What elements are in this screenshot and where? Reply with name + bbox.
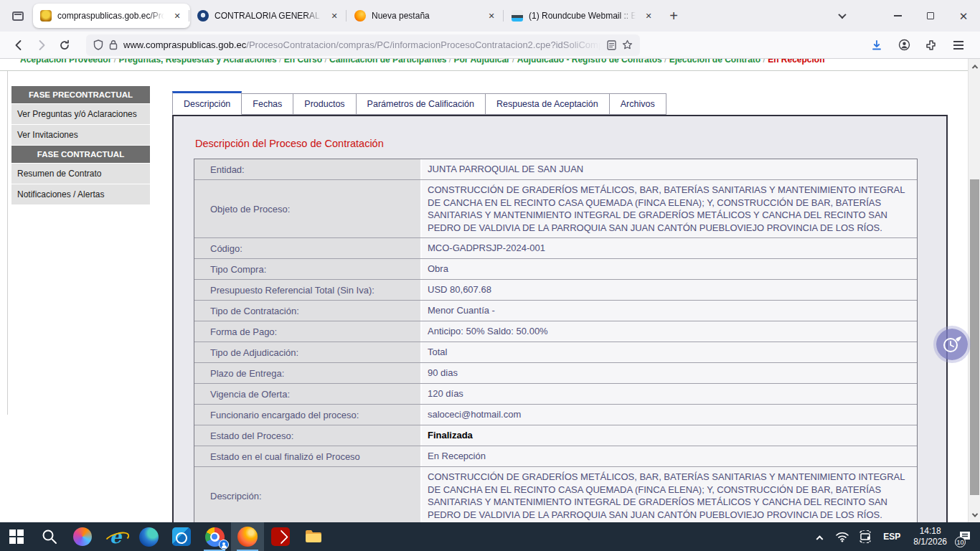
row-label: Objeto de Proceso: — [194, 180, 422, 237]
clock-icon — [941, 334, 963, 355]
reader-view-icon[interactable] — [607, 40, 616, 50]
copilot-icon[interactable] — [66, 522, 99, 551]
sidebar-entry[interactable]: Resumen de Contrato — [11, 164, 150, 184]
table-row: Presupuesto Referencial Total (Sin Iva):… — [194, 280, 917, 301]
account-icon[interactable] — [892, 34, 915, 56]
notification-count-badge: 10 — [955, 537, 966, 547]
row-value: saloceci@hotmail.com — [422, 405, 917, 425]
table-row: Tipo de Contratación: Menor Cuantía - — [194, 301, 917, 321]
table-row: Tipo de Adjudicación: Total — [194, 342, 917, 363]
row-value: Total — [422, 342, 917, 362]
browser-tab[interactable]: CONTRALORIA GENERAL DEL ES — [190, 4, 347, 28]
bookmark-star-icon[interactable] — [622, 39, 633, 50]
scroll-up-arrow[interactable] — [969, 60, 980, 72]
internet-explorer-icon[interactable] — [99, 522, 132, 551]
table-row: Entidad: JUNTA PARROQUIAL DE SAN JUAN — [194, 159, 917, 180]
breadcrumb-item[interactable]: Por Adjudicar — [454, 59, 517, 65]
chrome-icon[interactable] — [198, 522, 231, 551]
table-row: Código: MCO-GADPRSJP-2024-001 — [194, 238, 917, 259]
table-row: Plazo de Entrega: 90 dias — [194, 363, 917, 384]
sidebar-menu: FASE PRECONTRACTUALVer Preguntas y/ó Acl… — [11, 86, 150, 205]
tab-title: (1) Roundcube Webmail :: Entra — [529, 11, 636, 21]
row-label: Tipo de Adjudicación: — [194, 342, 422, 362]
table-row: Objeto de Proceso: CONSTRUCCIÓN DE GRADE… — [194, 180, 917, 238]
tab-list-chevron-icon[interactable] — [829, 0, 855, 32]
tray-expand-chevron-icon[interactable] — [809, 522, 830, 551]
sidebar-entry: FASE PRECONTRACTUAL — [11, 86, 150, 103]
floating-timer-widget[interactable] — [936, 329, 968, 360]
file-explorer-icon[interactable] — [297, 522, 330, 551]
row-value: 120 días — [422, 384, 917, 404]
close-button[interactable]: ✕ — [947, 0, 980, 32]
table-row: Funcionario encargado del proceso: saloc… — [194, 405, 917, 425]
notifications-icon[interactable]: 10 — [954, 522, 976, 551]
reload-button[interactable] — [53, 34, 76, 56]
process-tab[interactable]: Archivos — [610, 93, 666, 115]
breadcrumb-item[interactable]: Calificación de Participantes — [329, 59, 453, 65]
process-tab[interactable]: Parámetros de Calificación — [357, 93, 486, 115]
row-label: Forma de Pago: — [194, 321, 422, 342]
row-label: Entidad: — [194, 159, 422, 179]
tab-title: Nueva pestaña — [372, 11, 479, 21]
wifi-icon[interactable] — [831, 522, 853, 551]
system-tray: ESP 14:18 8/1/2026 10 — [809, 522, 980, 551]
sidebar-entry[interactable]: Ver Invitaciones — [11, 125, 150, 145]
process-tab[interactable]: Productos — [293, 93, 356, 115]
page-left-border — [7, 70, 8, 415]
breadcrumb-item[interactable]: En Curso — [284, 59, 329, 65]
tracking-shield-icon[interactable] — [93, 39, 103, 50]
row-value: MCO-GADPRSJP-2024-001 — [422, 238, 917, 258]
browser-tab[interactable]: compraspublicas.gob.ec/Proces — [33, 4, 190, 28]
extensions-icon[interactable] — [920, 34, 943, 56]
acrobat-icon[interactable] — [264, 522, 297, 551]
forward-button[interactable] — [30, 34, 53, 56]
clock[interactable]: 14:18 8/1/2026 — [908, 526, 953, 547]
start-button[interactable] — [0, 522, 33, 551]
page-scrollbar[interactable] — [968, 59, 980, 522]
lock-icon[interactable] — [109, 39, 118, 50]
new-tab-button[interactable] — [663, 5, 684, 27]
back-button[interactable] — [7, 34, 30, 56]
sidebar-entry[interactable]: Notificaciones / Alertas — [11, 184, 150, 204]
sidebar-entry[interactable]: Ver Preguntas y/ó Aclaraciones — [11, 104, 150, 124]
row-value: Menor Cuantía - — [422, 301, 917, 321]
process-tab[interactable]: Fechas — [242, 93, 293, 115]
tab-close-icon[interactable] — [641, 9, 656, 23]
language-indicator[interactable]: ESP — [877, 522, 906, 551]
scroll-down-arrow[interactable] — [969, 509, 980, 521]
row-value: Finalizada — [422, 425, 917, 446]
breadcrumb-item[interactable]: Ejecución de Contrato — [669, 59, 768, 65]
tab-close-icon[interactable] — [327, 9, 341, 23]
firefox-view-button[interactable] — [6, 5, 30, 27]
tab-close-icon[interactable] — [170, 9, 184, 23]
browser-toolbar: www.compraspublicas.gob.ec/ProcesoContra… — [0, 32, 980, 59]
row-label: Presupuesto Referencial Total (Sin Iva): — [194, 280, 422, 300]
outlook-icon[interactable] — [165, 522, 198, 551]
taskbar-search-icon[interactable] — [33, 522, 66, 551]
process-tab[interactable]: Descripción — [172, 91, 242, 115]
process-tab[interactable]: Respuesta de Aceptación — [486, 93, 610, 115]
tab-title: compraspublicas.gob.ec/Proces — [57, 11, 164, 21]
downloads-icon[interactable] — [865, 34, 888, 56]
row-label: Tipo Compra: — [194, 259, 422, 279]
maximize-button[interactable] — [914, 0, 947, 32]
firefox-view-icon — [12, 11, 24, 21]
browser-tab[interactable]: (1) Roundcube Webmail :: Entra — [504, 4, 661, 28]
scrollbar-thumb[interactable] — [970, 179, 979, 495]
tray-time: 14:18 — [920, 526, 941, 537]
firefox-icon[interactable] — [231, 522, 264, 551]
address-bar[interactable]: www.compraspublicas.gob.ec/ProcesoContra… — [86, 34, 640, 56]
minimize-button[interactable] — [881, 0, 914, 32]
breadcrumb-item[interactable]: Adjudicado - Registro de Contratos — [517, 59, 669, 65]
breadcrumb-item[interactable]: Aceptación Proveedor — [20, 59, 118, 65]
browser-tab[interactable]: Nueva pestaña — [347, 4, 504, 28]
menu-icon[interactable] — [947, 34, 970, 56]
tab-favicon-icon — [512, 10, 523, 22]
edge-icon[interactable] — [132, 522, 165, 551]
connect-display-icon[interactable] — [854, 522, 876, 551]
breadcrumb-item[interactable]: En Recepción — [768, 59, 824, 65]
tab-close-icon[interactable] — [484, 9, 499, 23]
breadcrumb-item[interactable]: Preguntas, Respuestas y Aclaraciones — [118, 59, 283, 65]
table-row: Vigencia de Oferta: 120 días — [194, 384, 917, 405]
table-row: Forma de Pago: Anticipo: 50% Saldo: 50.0… — [194, 321, 917, 342]
